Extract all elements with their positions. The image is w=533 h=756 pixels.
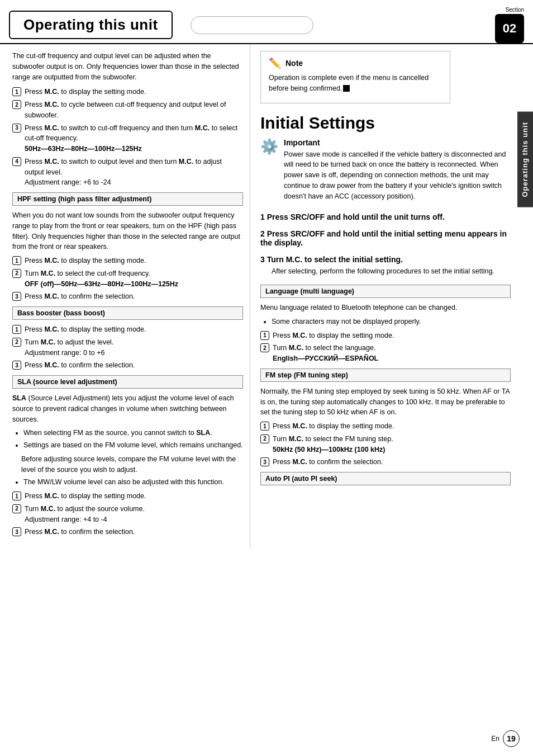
language-options: English—РУССКИЙ—ESPAÑOL <box>273 355 378 362</box>
important-content: Important Power save mode is cancelled i… <box>284 138 511 205</box>
note-box: ✏️ Note Operation is complete even if th… <box>260 51 450 103</box>
fm-step: 3 Press M.C. to confirm the selection. <box>260 457 511 467</box>
hpf-section-header: HPF setting (high pass filter adjustment… <box>12 192 243 206</box>
step-item: 3 Press M.C. to switch to cut-off freque… <box>12 123 243 154</box>
hpf-step: 1 Press M.C. to display the setting mode… <box>12 256 243 266</box>
numbered-step-2: 2 Press SRC/OFF and hold until the initi… <box>260 229 511 247</box>
language-steps: 1 Press M.C. to display the setting mode… <box>260 330 511 364</box>
page-num-box: En 19 <box>491 730 520 747</box>
sla-bullet: When selecting FM as the source, you can… <box>23 428 243 438</box>
numbered-step-3: 3 Turn M.C. to select the initial settin… <box>260 255 511 277</box>
sla-step: 2 Turn M.C. to adjust the source volume.… <box>12 504 243 525</box>
language-step: 2 Turn M.C. to select the language. Engl… <box>260 343 511 364</box>
left-column: The cut-off frequency and output level c… <box>4 44 250 549</box>
bass-section-header: Bass booster (bass boost) <box>12 306 243 320</box>
hpf-intro: When you do not want low sounds from the… <box>12 210 243 252</box>
sla-step: 3 Press M.C. to confirm the selection. <box>12 527 243 537</box>
hpf-freq: OFF (off)—50Hz—63Hz—80Hz—100Hz—125Hz <box>25 280 178 288</box>
freq-range: 50Hz—63Hz—80Hz—100Hz—125Hz <box>25 145 142 153</box>
sla-step: 1 Press M.C. to display the setting mode… <box>12 491 243 502</box>
hpf-steps: 1 Press M.C. to display the setting mode… <box>12 256 243 302</box>
note-icon: ✏️ <box>269 57 281 69</box>
note-title: ✏️ Note <box>269 57 442 69</box>
hpf-step: 2 Turn M.C. to select the cut-off freque… <box>12 268 243 290</box>
numbered-step-1: 1 Press SRC/OFF and hold until the unit … <box>260 212 511 221</box>
important-label: Important <box>284 138 511 147</box>
section-num: 02 <box>495 14 524 43</box>
language-step: 1 Press M.C. to display the setting mode… <box>260 330 511 341</box>
subwoofer-steps: 1 Press M.C. to display the setting mode… <box>12 87 243 188</box>
search-box <box>191 16 313 34</box>
fm-step: 1 Press M.C. to display the setting mode… <box>260 421 511 432</box>
init-settings-title: Initial Settings <box>260 114 511 133</box>
en-label: En <box>491 735 499 743</box>
language-intro: Menu language related to Bluetooth telep… <box>260 303 511 313</box>
fm-step: 2 Turn M.C. to select the FM tuning step… <box>260 434 511 455</box>
sla-steps: 1 Press M.C. to display the setting mode… <box>12 491 243 537</box>
page-header: Operating this unit Section 02 <box>0 0 533 44</box>
section-label: Section <box>506 7 524 13</box>
bass-steps: 1 Press M.C. to display the setting mode… <box>12 324 243 371</box>
step1-heading: 1 Press SRC/OFF and hold until the unit … <box>260 212 511 221</box>
step-item: 2 Press M.C. to cycle between cut-off fr… <box>12 100 243 121</box>
language-section-header: Language (multi language) <box>260 285 511 298</box>
sla-adj: Adjustment range: +4 to -4 <box>25 516 107 523</box>
bass-adj: Adjustment range: 0 to +6 <box>25 349 105 357</box>
note-text: Operation is complete even if the menu i… <box>269 73 442 94</box>
step-num-3: 3 <box>12 124 21 133</box>
important-text: Power save mode is cancelled if the vehi… <box>284 149 511 202</box>
hpf-step: 3 Press M.C. to confirm the selection. <box>12 291 243 302</box>
right-column: ✏️ Note Operation is complete even if th… <box>250 44 529 549</box>
page-footer: En 19 <box>0 730 533 747</box>
fm-options: 50kHz (50 kHz)—100kHz (100 kHz) <box>273 446 385 453</box>
important-box: ⚙️ Important Power save mode is cancelle… <box>260 138 511 205</box>
stop-icon <box>343 85 350 92</box>
step3-text: After selecting, perform the following p… <box>272 266 511 277</box>
language-bullet: Some characters may not be displayed pro… <box>272 316 511 327</box>
step3-heading: 3 Turn M.C. to select the initial settin… <box>260 255 511 264</box>
bass-step: 1 Press M.C. to display the setting mode… <box>12 324 243 335</box>
important-icon: ⚙️ <box>260 138 278 155</box>
auto-pi-section-header: Auto PI (auto PI seek) <box>260 472 511 485</box>
sla-intro: SLA (Source Level Adjustment) lets you a… <box>12 393 243 424</box>
step-num-1: 1 <box>12 87 21 96</box>
page-number: 19 <box>503 730 520 747</box>
section-badge: Section 02 <box>495 7 524 43</box>
step-item: 1 Press M.C. to display the setting mode… <box>12 87 243 97</box>
sla-indent: Before adjusting source levels, compare … <box>21 454 243 475</box>
bass-step: 3 Press M.C. to confirm the selection. <box>12 360 243 371</box>
step-num-4: 4 <box>12 157 21 166</box>
fm-intro: Normally, the FM tuning step employed by… <box>260 386 511 418</box>
sla-section-header: SLA (source level adjustment) <box>12 375 243 389</box>
step-num-2: 2 <box>12 100 21 109</box>
sla-bullets-2: The MW/LW volume level can also be adjus… <box>12 477 243 488</box>
sla-bullet: Settings are based on the FM volume leve… <box>23 440 243 451</box>
fm-steps: 1 Press M.C. to display the setting mode… <box>260 421 511 467</box>
sla-bullet-2: The MW/LW volume level can also be adjus… <box>23 477 243 488</box>
intro-text: The cut-off frequency and output level c… <box>12 51 243 82</box>
page-title: Operating this unit <box>9 11 173 39</box>
side-tab: Operating this unit <box>517 112 533 207</box>
sla-bullets: When selecting FM as the source, you can… <box>12 428 243 451</box>
step2-heading: 2 Press SRC/OFF and hold until the initi… <box>260 229 511 247</box>
bass-step: 2 Turn M.C. to adjust the level. Adjustm… <box>12 337 243 358</box>
adj-range: Adjustment range: +6 to -24 <box>25 178 111 186</box>
fm-section-header: FM step (FM tuning step) <box>260 368 511 382</box>
step-item: 4 Press M.C. to switch to output level a… <box>12 157 243 188</box>
main-content: The cut-off frequency and output level c… <box>0 44 533 549</box>
language-bullets: Some characters may not be displayed pro… <box>260 316 511 327</box>
